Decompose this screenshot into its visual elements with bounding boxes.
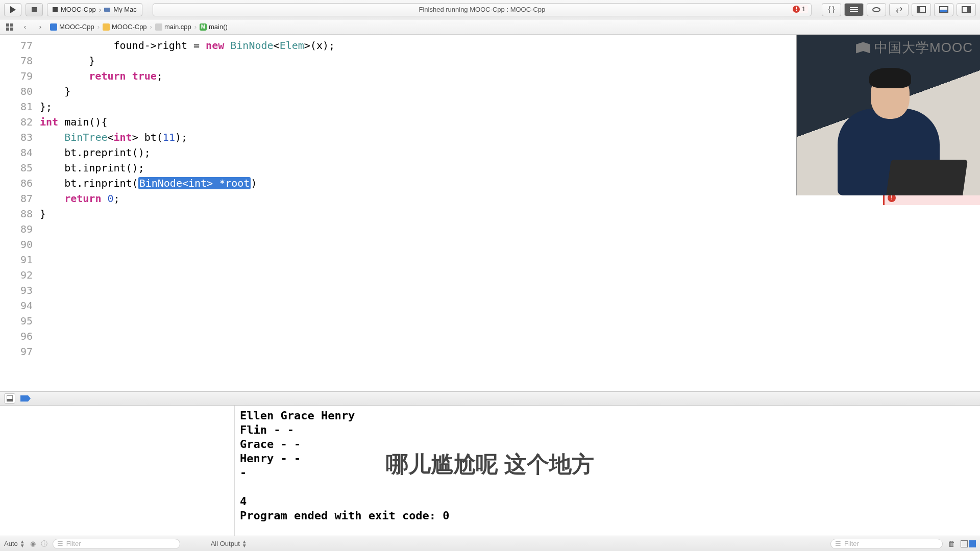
breadcrumb-separator: › [97,23,100,31]
debug-area: Ellen Grace Henry Flin - - Grace - - Hen… [0,406,980,536]
breadcrumb-separator: › [150,23,152,31]
status-text: Finished running MOOC-Cpp : MOOC-Cpp [419,6,545,13]
error-icon: ! [793,6,800,13]
code-token [40,192,64,205]
pane-bottom-icon [939,6,948,13]
left-panel-toggle[interactable] [912,3,931,16]
trash-button[interactable]: 🗑 [948,539,955,548]
nav-forward-button[interactable]: › [34,21,47,33]
vars-view-icon[interactable]: ◉ [30,540,36,547]
svg-rect-5 [7,399,13,402]
bottom-panel-toggle[interactable] [934,3,953,16]
auto-label: Auto [4,540,18,547]
code-token: ; [114,192,120,205]
auto-selector[interactable]: Auto ▲▼ [4,540,25,548]
breadcrumb-item[interactable]: MOOC-Cpp [102,23,148,31]
code-line[interactable]: } [40,206,980,221]
breadcrumb-label: main.cpp [164,23,191,31]
output-selector[interactable]: All Output ▲▼ [211,540,247,548]
pane-left-icon [917,6,926,13]
scheme-project-label: MOOC-Cpp [61,6,96,13]
code-token [224,39,230,52]
line-number: 95 [0,313,33,329]
toolbar-right-group: {} ⇄ [822,3,976,16]
mooc-logo: 中国大学MOOC [856,39,973,57]
line-number: 90 [0,237,33,252]
proj-icon [50,23,57,31]
run-button[interactable] [4,3,21,16]
code-token: true [132,70,157,82]
svg-rect-3 [10,28,13,31]
breadcrumb-item[interactable]: main.cpp [154,23,192,31]
breadcrumb-label: main() [209,23,228,31]
bottom-bar: Auto ▲▼ ◉ ⓘ ☰ Filter All Output ▲▼ ☰ Fil… [0,536,980,551]
code-token: } [40,208,46,220]
right-panel-toggle[interactable] [957,3,976,16]
line-number: 82 [0,114,33,130]
filter-placeholder: Filter [844,540,859,547]
grid-icon [6,23,13,31]
code-token: ; [157,70,163,82]
hide-debug-button[interactable] [4,393,15,404]
console-output[interactable]: Ellen Grace Henry Flin - - Grace - - Hen… [235,406,980,536]
scheme-selector[interactable]: MOOC-Cpp › My Mac [47,3,142,16]
updown-icon: ▲▼ [20,540,25,548]
error-count: 1 [802,6,805,13]
line-gutter: 7778798081828384858687888990919293949596… [0,35,40,391]
line-number: 89 [0,221,33,237]
standard-editor-button[interactable] [844,3,864,16]
top-toolbar: MOOC-Cpp › My Mac Finished running MOOC-… [0,0,980,19]
line-number: 85 [0,160,33,176]
braces-button[interactable]: {} [822,3,841,16]
right-pane-icon [969,540,976,547]
nav-back-button[interactable]: ‹ [18,21,32,33]
fn-icon: M [200,23,207,31]
svg-rect-1 [10,23,13,27]
line-number: 78 [0,53,33,68]
code-editor[interactable]: 7778798081828384858687888990919293949596… [0,35,980,391]
breadcrumb-label: MOOC-Cpp [112,23,147,31]
version-editor-button[interactable]: ⇄ [889,3,909,16]
info-icon[interactable]: ⓘ [41,539,47,548]
console-filter[interactable]: ☰ Filter [830,539,943,549]
eye-icon [872,7,880,12]
line-number: 94 [0,298,33,313]
line-number: 88 [0,206,33,221]
line-number: 96 [0,329,33,344]
code-token: new [206,39,224,52]
error-indicator[interactable]: ! 1 [790,5,808,13]
console-pane-toggle[interactable] [961,540,976,547]
breakpoint-indicator[interactable] [20,395,31,402]
chevron-right-icon: › [99,6,102,14]
variables-panel[interactable] [0,406,235,536]
related-items-button[interactable] [3,21,16,33]
chevron-left-icon: ‹ [24,23,26,31]
filter-icon: ☰ [57,540,63,547]
breadcrumb-item[interactable]: Mmain() [199,23,229,31]
code-token: < [274,39,280,52]
variables-filter[interactable]: ☰ Filter [53,539,180,549]
line-number: 86 [0,176,33,191]
line-number: 77 [0,38,33,53]
filter-placeholder: Filter [66,540,81,547]
video-pip-overlay: 中国大学MOOC [796,35,980,195]
panel-icon [7,395,13,402]
review-button[interactable] [867,3,886,16]
code-token: } [40,85,70,97]
code-token [126,70,132,82]
autocomplete-placeholder: BinNode<int> *root [138,177,251,189]
code-token: return [89,70,126,82]
code-token: Elem [280,39,304,52]
scheme-target-label: My Mac [113,6,137,13]
breadcrumb-separator: › [194,23,197,31]
activity-status: Finished running MOOC-Cpp : MOOC-Cpp ! 1 [153,3,812,16]
code-token: BinNode [230,39,273,52]
line-number: 84 [0,145,33,160]
breadcrumb-item[interactable]: MOOC-Cpp [49,23,95,31]
svg-rect-0 [6,23,9,27]
code-token: >(x); [304,39,335,52]
code-token: } [40,55,95,67]
stop-button[interactable] [26,3,43,16]
line-number: 93 [0,283,33,298]
updown-icon: ▲▼ [242,540,247,548]
